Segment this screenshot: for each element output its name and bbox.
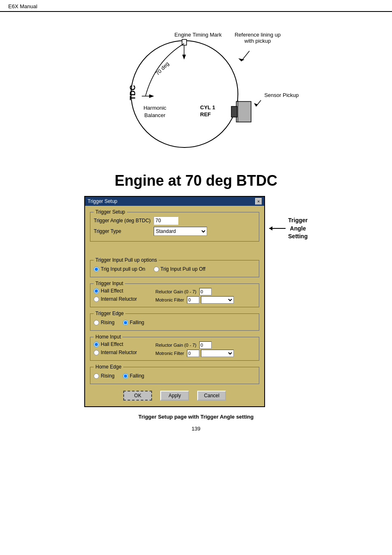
- pull-up-on-option[interactable]: Trig Input pull up On: [94, 266, 145, 272]
- dialog-wrapper: Trigger Setup × Trigger Setup Trigger An…: [84, 196, 307, 407]
- home-reluctor-label: Internal Reluctor: [101, 350, 137, 355]
- trigger-input-legend: Trigger Input: [94, 281, 125, 286]
- type-label: Trigger Type: [94, 228, 151, 234]
- pull-up-legend: Trigger Input Pull up options: [94, 257, 159, 263]
- home-input-layout: Hall Effect Internal Reluctor Reluctor G…: [94, 341, 256, 357]
- cyl-ref-label: CYL 1 REF: [200, 104, 215, 118]
- arrow-line: [269, 228, 286, 229]
- home-motronic-row: Motronic Filter: [155, 350, 234, 357]
- home-gain-row1: Reluctor Gain (0 - 7): [155, 341, 234, 349]
- pull-up-off-label: Trig Input Pull up Off: [161, 266, 205, 272]
- trig-hall-radio[interactable]: [94, 288, 99, 294]
- home-edge-options: Rising Falling: [94, 373, 256, 379]
- angle-label: Trigger Angle (deg BTDC): [94, 218, 151, 223]
- pull-up-on-radio[interactable]: [94, 267, 99, 272]
- trigger-motronic-row: Motronic Filter: [155, 296, 234, 304]
- ok-button[interactable]: OK: [123, 391, 152, 401]
- annotation-text: Trigger Angle Setting: [288, 216, 307, 241]
- home-rising-label: Rising: [101, 373, 114, 379]
- home-motronic-input[interactable]: [187, 350, 199, 357]
- trig-reluctor-radio[interactable]: [94, 297, 99, 302]
- pull-up-group: Trigger Input Pull up options Trig Input…: [90, 257, 259, 277]
- svg-rect-3: [182, 39, 187, 45]
- trigger-motronic-input[interactable]: [187, 296, 199, 304]
- home-input-radios: Hall Effect Internal Reluctor: [94, 341, 151, 355]
- main-content: Engine Timing Mark Reference lining up w…: [0, 12, 392, 436]
- trigger-edge-group: Trigger Edge Rising Falling: [90, 311, 259, 331]
- svg-text:70 deg: 70 deg: [154, 60, 171, 76]
- trig-falling-option[interactable]: Falling: [123, 320, 144, 325]
- trig-falling-label: Falling: [130, 320, 144, 325]
- trig-hall-option[interactable]: Hall Effect: [94, 288, 151, 294]
- trig-rising-radio[interactable]: [94, 320, 99, 325]
- annotation-area: Trigger Angle Setting: [269, 196, 307, 241]
- trigger-input-layout: Hall Effect Internal Reluctor Reluctor G…: [94, 288, 256, 304]
- cancel-button[interactable]: Cancel: [197, 391, 226, 401]
- type-select[interactable]: Standard Multitooth Missing Tooth: [154, 227, 207, 236]
- trig-reluctor-label: Internal Reluctor: [101, 296, 137, 302]
- home-rising-radio[interactable]: [94, 373, 99, 379]
- trig-rising-option[interactable]: Rising: [94, 320, 114, 325]
- trig-reluctor-option[interactable]: Internal Reluctor: [94, 296, 151, 302]
- caption: Trigger Setup page with Trigger Angle se…: [138, 414, 254, 420]
- trigger-gain-label: Reluctor Gain (0 - 7): [155, 289, 196, 294]
- dialog-buttons: OK Apply Cancel: [90, 387, 259, 403]
- pull-up-options: Trig Input pull up On Trig Input Pull up…: [94, 266, 256, 272]
- home-edge-group: Home Edge Rising Falling: [90, 364, 259, 384]
- svg-text:TDC: TDC: [129, 85, 137, 100]
- trigger-gain-row1: Reluctor Gain (0 - 7): [155, 288, 234, 295]
- svg-rect-12: [231, 106, 237, 117]
- home-falling-radio[interactable]: [123, 373, 128, 379]
- dialog-body: Trigger Setup Trigger Angle (deg BTDC) T…: [85, 206, 264, 406]
- home-gain-input[interactable]: [199, 341, 212, 349]
- trig-falling-radio[interactable]: [123, 320, 128, 325]
- harmonic-balancer-label: Harmonic Balancer: [130, 104, 180, 119]
- home-hall-radio[interactable]: [94, 342, 99, 347]
- pull-up-off-option[interactable]: Trig Input Pull up Off: [154, 266, 205, 272]
- arrowhead: [269, 226, 272, 230]
- trigger-motronic-select[interactable]: [201, 296, 234, 304]
- svg-marker-10: [254, 103, 258, 106]
- angle-input[interactable]: [154, 216, 178, 225]
- home-reluctor-option[interactable]: Internal Reluctor: [94, 350, 151, 355]
- home-motronic-select[interactable]: [201, 350, 234, 357]
- home-falling-label: Falling: [130, 373, 144, 379]
- close-button[interactable]: ×: [255, 198, 262, 205]
- home-falling-option[interactable]: Falling: [123, 373, 144, 379]
- sensor-pickup-label: Sensor Pickup: [264, 92, 299, 98]
- trigger-motronic-label: Motronic Filter: [155, 297, 184, 302]
- home-hall-option[interactable]: Hall Effect: [94, 341, 151, 347]
- trigger-edge-options: Rising Falling: [94, 320, 256, 325]
- svg-point-0: [131, 41, 238, 147]
- timing-mark-label: Engine Timing Mark: [171, 32, 225, 38]
- page-number: 139: [191, 426, 201, 432]
- page-header: E6X Manual: [0, 0, 392, 12]
- trigger-setup-legend: Trigger Setup: [94, 209, 127, 215]
- trigger-setup-dialog: Trigger Setup × Trigger Setup Trigger An…: [84, 196, 265, 407]
- engine-diagram: Engine Timing Mark Reference lining up w…: [89, 20, 303, 168]
- trigger-input-radios: Hall Effect Internal Reluctor: [94, 288, 151, 302]
- main-title: Engine at 70 deg BTDC: [115, 172, 277, 189]
- svg-rect-11: [236, 101, 251, 122]
- type-row: Trigger Type Standard Multitooth Missing…: [94, 227, 256, 236]
- spacer: [90, 245, 259, 257]
- home-input-legend: Home Input: [94, 334, 122, 340]
- trigger-input-group: Trigger Input Hall Effect Internal Reluc…: [90, 281, 259, 307]
- trig-hall-label: Hall Effect: [101, 288, 123, 294]
- reference-label: Reference lining up with pickup: [225, 32, 291, 44]
- angle-row: Trigger Angle (deg BTDC): [94, 216, 256, 225]
- trigger-gain-col: Reluctor Gain (0 - 7) Motronic Filter: [155, 288, 234, 304]
- home-reluctor-radio[interactable]: [94, 350, 99, 355]
- trigger-setup-group: Trigger Setup Trigger Angle (deg BTDC) T…: [90, 209, 259, 242]
- svg-marker-8: [238, 58, 244, 61]
- pull-up-off-radio[interactable]: [154, 267, 159, 272]
- svg-line-7: [241, 51, 249, 61]
- trigger-gain-input[interactable]: [199, 288, 212, 295]
- trigger-edge-legend: Trigger Edge: [94, 311, 125, 316]
- manual-title: E6X Manual: [8, 3, 37, 9]
- annotation-arrow: Trigger Angle Setting: [269, 216, 307, 241]
- pull-up-on-label: Trig Input pull up On: [101, 266, 145, 272]
- apply-button[interactable]: Apply: [160, 391, 189, 401]
- home-rising-option[interactable]: Rising: [94, 373, 114, 379]
- home-edge-legend: Home Edge: [94, 364, 123, 370]
